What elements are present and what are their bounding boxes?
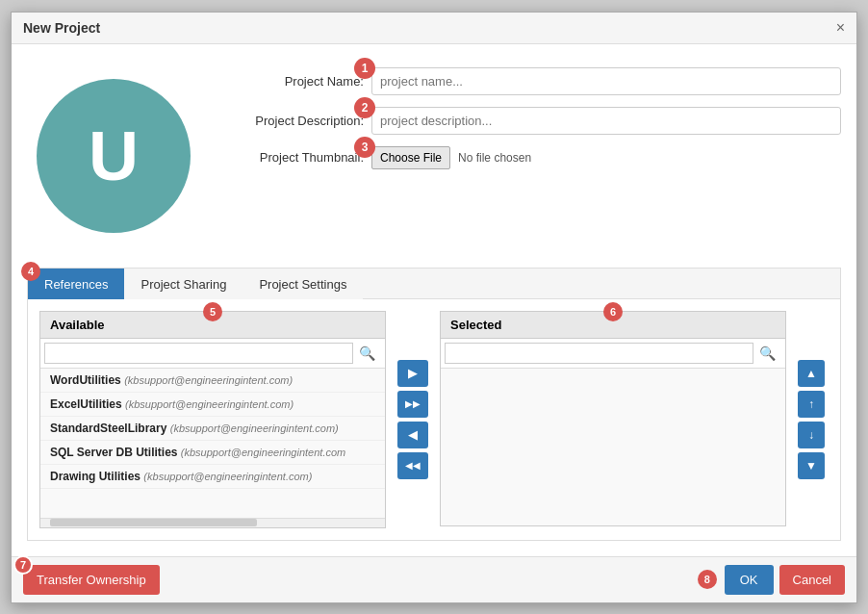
list-item[interactable]: StandardSteelLibrary (kbsupport@engineer… [40, 417, 385, 441]
order-buttons-area: ▲ ↑ ↓ ▼ [794, 360, 829, 479]
avatar-area: U [27, 60, 200, 252]
move-left-one-button[interactable]: ◀ [397, 422, 428, 448]
panel-badge-5: 5 [203, 302, 222, 321]
available-panel-header: 5 Available [40, 312, 385, 339]
item-email: (kbsupport@engineeringintent.com) [125, 398, 294, 410]
no-file-label: No file chosen [458, 151, 531, 165]
dialog-footer: 7 Transfer Ownership 8 OK Cancel [12, 556, 856, 602]
project-name-input[interactable] [371, 67, 841, 95]
available-search-button[interactable]: 🔍 [353, 344, 381, 363]
step-badge-3: 3 [354, 137, 375, 158]
selected-search-area: 🔍 [441, 339, 785, 369]
tab-sharing[interactable]: Project Sharing [124, 269, 243, 299]
project-thumbnail-label: Project Thumbnail: [219, 150, 364, 165]
tab-references-label: References [44, 277, 108, 292]
avatar: U [37, 79, 191, 233]
item-email: (kbsupport@engineeringintent.com [181, 447, 345, 458]
item-name: Drawing Utilities [50, 470, 140, 483]
available-panel: 5 Available 🔍 WordUtilities (kbsupport@e… [39, 311, 386, 528]
available-search-input[interactable] [44, 343, 353, 364]
transfer-ownership-label: Transfer Ownership [37, 573, 146, 587]
available-scrollbar[interactable] [40, 518, 385, 527]
tab-settings[interactable]: Project Settings [243, 269, 363, 299]
available-list: WordUtilities (kbsupport@engineeringinte… [40, 369, 385, 518]
dialog-body: U 1 Project Name: 2 Project Description:… [12, 44, 856, 556]
dialog-title: New Project [23, 20, 100, 36]
tabs-header: 4 References Project Sharing Project Set… [28, 269, 840, 299]
panel-badge-6: 6 [603, 302, 623, 321]
transfer-ownership-button[interactable]: 7 Transfer Ownership [23, 565, 160, 595]
cancel-button[interactable]: Cancel [779, 565, 845, 595]
step-badge-2: 2 [354, 97, 375, 118]
tab-badge-4: 4 [21, 262, 40, 281]
list-item[interactable]: SQL Server DB Utilities (kbsupport@engin… [40, 441, 385, 465]
project-name-label: Project Name: [219, 74, 364, 89]
project-description-input[interactable] [371, 107, 841, 135]
new-project-dialog: New Project × U 1 Project Name: 2 Projec… [11, 12, 857, 603]
tab-references[interactable]: 4 References [28, 269, 124, 299]
list-item[interactable]: ExcelUtilities (kbsupport@engineeringint… [40, 393, 385, 417]
list-item[interactable]: Drawing Utilities (kbsupport@engineering… [40, 465, 385, 489]
selected-panel: 6 Selected 🔍 [440, 311, 786, 526]
selected-search-button[interactable]: 🔍 [753, 344, 781, 363]
selected-list [441, 369, 785, 525]
move-right-one-button[interactable]: ▶ [397, 360, 428, 387]
tabs-section: 4 References Project Sharing Project Set… [27, 268, 841, 541]
move-bottom-button[interactable]: ▼ [798, 452, 825, 479]
available-label: Available [50, 318, 105, 332]
file-input-area: Choose File No file chosen [371, 146, 531, 169]
step-badge-1: 1 [354, 58, 375, 79]
selected-label: Selected [450, 318, 501, 332]
list-item[interactable]: WordUtilities (kbsupport@engineeringinte… [40, 369, 385, 393]
footer-badge-7: 7 [13, 555, 33, 575]
dual-list: 5 Available 🔍 WordUtilities (kbsupport@e… [39, 311, 829, 528]
item-email: (kbsupport@engineeringintent.com) [124, 374, 293, 386]
move-top-button[interactable]: ▲ [798, 360, 825, 387]
selected-search-input[interactable] [445, 343, 753, 364]
item-name: StandardSteelLibrary [50, 422, 166, 435]
close-button[interactable]: × [836, 20, 845, 36]
footer-badge-8: 8 [698, 570, 717, 589]
choose-file-button[interactable]: Choose File [371, 146, 450, 169]
move-up-button[interactable]: ↑ [798, 391, 825, 418]
item-name: SQL Server DB Utilities [50, 446, 178, 459]
move-right-all-button[interactable]: ▶▶ [397, 391, 428, 418]
tab-content-references: 5 Available 🔍 WordUtilities (kbsupport@e… [28, 299, 840, 540]
form-area: 1 Project Name: 2 Project Description: 3… [219, 60, 841, 252]
selected-panel-header: 6 Selected [441, 312, 785, 339]
project-name-row: 1 Project Name: [219, 67, 841, 95]
item-email: (kbsupport@engineeringintent.com) [143, 471, 312, 482]
dialog-header: New Project × [12, 13, 856, 44]
item-email: (kbsupport@engineeringintent.com) [170, 422, 339, 434]
move-left-all-button[interactable]: ◀◀ [397, 452, 428, 479]
top-section: U 1 Project Name: 2 Project Description:… [27, 60, 841, 252]
project-description-label: Project Description: [219, 114, 364, 128]
footer-right: 8 OK Cancel [698, 565, 845, 595]
item-name: WordUtilities [50, 373, 121, 387]
transfer-buttons-area: ▶ ▶▶ ◀ ◀◀ [394, 360, 432, 479]
project-thumbnail-row: 3 Project Thumbnail: Choose File No file… [219, 146, 841, 169]
item-name: ExcelUtilities [50, 397, 122, 411]
available-search-area: 🔍 [40, 339, 385, 369]
project-description-row: 2 Project Description: [219, 107, 841, 135]
ok-button[interactable]: OK [725, 565, 774, 595]
move-down-button[interactable]: ↓ [798, 422, 825, 448]
